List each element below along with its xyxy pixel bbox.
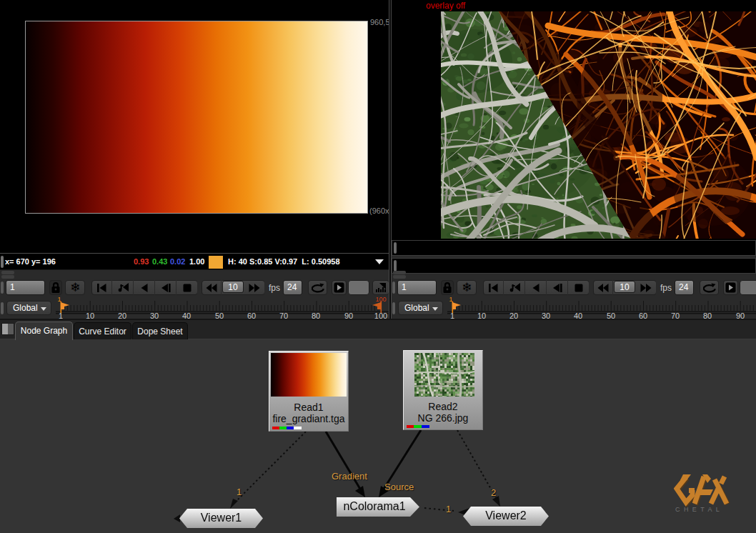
svg-text:10: 10 (86, 312, 94, 319)
svg-text:50: 50 (607, 312, 615, 319)
svg-text:40: 40 (574, 312, 582, 319)
svg-text:20: 20 (118, 312, 126, 319)
svg-text:80: 80 (312, 312, 320, 319)
svg-text:20: 20 (509, 312, 518, 319)
svg-text:60: 60 (639, 312, 647, 319)
svg-text:70: 70 (671, 312, 680, 319)
svg-text:60: 60 (247, 312, 256, 319)
svg-text:80: 80 (703, 312, 712, 319)
svg-text:10: 10 (477, 312, 486, 319)
svg-text:90: 90 (344, 312, 353, 319)
svg-text:90: 90 (736, 312, 745, 319)
svg-text:40: 40 (182, 312, 191, 319)
svg-text:30: 30 (542, 312, 550, 319)
svg-text:CHETAL: CHETAL (675, 506, 723, 513)
svg-text:70: 70 (279, 312, 288, 319)
svg-text:50: 50 (215, 312, 224, 319)
svg-text:30: 30 (150, 312, 159, 319)
